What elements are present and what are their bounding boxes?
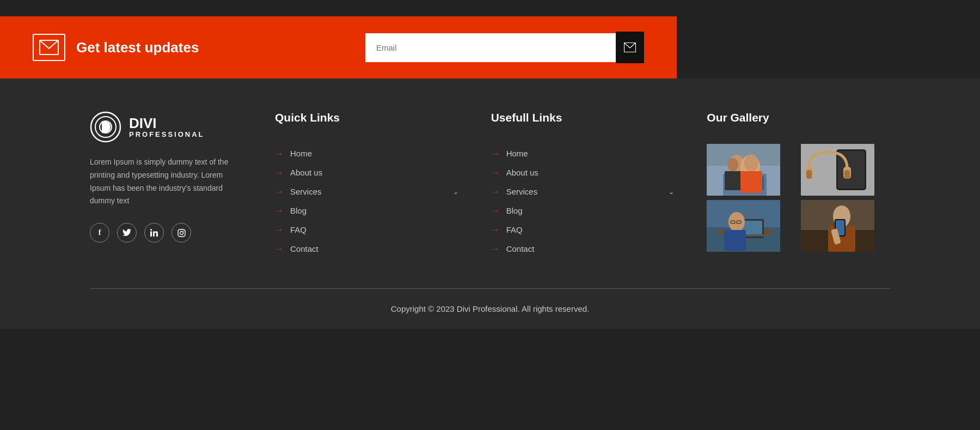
svg-rect-7 <box>178 229 185 237</box>
logo-divi: DIVI <box>129 116 205 130</box>
instagram-logo-icon <box>177 229 186 237</box>
twitter-icon[interactable] <box>117 223 137 243</box>
chevron-down-icon: ⌄ <box>453 188 458 196</box>
brand-column: DIVI PROFESSIONAL Lorem Ipsum is simply … <box>90 111 242 258</box>
linkedin-logo-icon <box>150 229 158 237</box>
gallery-grid <box>707 144 890 252</box>
gallery-image-4[interactable] <box>801 200 874 252</box>
usefull-link-contact[interactable]: → Contact <box>491 239 675 258</box>
gallery-image-3[interactable] <box>707 200 780 252</box>
svg-point-16 <box>727 158 738 171</box>
usefull-link-services[interactable]: → Services ⌄ <box>491 182 675 201</box>
logo-professional: PROFESSIONAL <box>129 130 205 138</box>
arrow-icon: → <box>491 149 500 158</box>
svg-rect-19 <box>740 171 762 193</box>
arrow-icon: → <box>275 207 284 215</box>
arrow-icon: → <box>275 149 284 158</box>
arrow-icon: → <box>491 187 500 196</box>
brand-description: Lorem Ipsum is simply dummy text of the … <box>90 156 242 208</box>
link-label: FAQ <box>290 225 458 234</box>
arrow-icon: → <box>275 187 284 196</box>
quick-links-column: Quick Links → Home → About us → Services <box>275 111 458 258</box>
link-label: Contact <box>506 244 675 253</box>
usefull-links-column: Usefull Links → Home → About us → Servic <box>491 111 675 258</box>
logo-icon <box>90 111 121 143</box>
quick-link-home[interactable]: → Home <box>275 144 458 163</box>
quick-link-faq[interactable]: → FAQ <box>275 220 458 239</box>
newsletter-title: Get latest updates <box>76 39 199 56</box>
svg-point-9 <box>183 231 183 231</box>
email-input[interactable] <box>365 33 616 62</box>
quick-links-title: Quick Links <box>275 111 458 124</box>
svg-point-18 <box>744 154 758 172</box>
arrow-icon: → <box>491 226 500 234</box>
link-label: About us <box>290 168 458 177</box>
gallery-column: Our Gallery <box>707 111 890 258</box>
arrow-icon: → <box>275 168 284 177</box>
svg-rect-26 <box>844 170 850 179</box>
svg-rect-5 <box>150 232 152 237</box>
quick-link-about[interactable]: → About us <box>275 163 458 182</box>
social-icons: f <box>90 223 242 243</box>
quick-links-list: → Home → About us → Services ⌄ <box>275 144 458 258</box>
logo-text: DIVI PROFESSIONAL <box>129 116 205 138</box>
arrow-icon: → <box>491 245 500 253</box>
quick-link-blog[interactable]: → Blog <box>275 201 458 220</box>
svg-rect-17 <box>725 171 741 190</box>
usefull-link-about[interactable]: → About us <box>491 163 675 182</box>
newsletter-submit-button[interactable] <box>616 32 644 63</box>
svg-point-8 <box>180 231 183 234</box>
svg-rect-25 <box>806 170 812 179</box>
usefull-link-faq[interactable]: → FAQ <box>491 220 675 239</box>
usefull-link-home[interactable]: → Home <box>491 144 675 163</box>
svg-point-6 <box>150 229 152 231</box>
footer-grid: DIVI PROFESSIONAL Lorem Ipsum is simply … <box>90 111 890 258</box>
arrow-icon: → <box>275 245 284 253</box>
link-label: Home <box>290 149 458 158</box>
usefull-link-blog[interactable]: → Blog <box>491 201 675 220</box>
link-label: FAQ <box>506 225 675 234</box>
facebook-icon[interactable]: f <box>90 223 109 243</box>
mail-icon <box>39 40 59 55</box>
newsletter-form <box>365 32 644 63</box>
usefull-links-list: → Home → About us → Services ⌄ <box>491 144 675 258</box>
arrow-icon: → <box>491 207 500 215</box>
svg-rect-34 <box>724 230 746 251</box>
link-label: Services <box>506 187 663 196</box>
usefull-links-title: Usefull Links <box>491 111 675 124</box>
gallery-image-1[interactable] <box>707 144 780 196</box>
quick-link-contact[interactable]: → Contact <box>275 239 458 258</box>
link-label: Contact <box>290 244 458 253</box>
instagram-icon[interactable] <box>171 223 191 243</box>
brand-logo: DIVI PROFESSIONAL <box>90 111 242 143</box>
gallery-image-2[interactable] <box>801 144 874 196</box>
gallery-title: Our Gallery <box>707 111 890 124</box>
footer-copyright: Copyright © 2023 Divi Professional. All … <box>0 289 980 329</box>
arrow-icon: → <box>275 226 284 234</box>
link-label: Blog <box>506 206 675 215</box>
chevron-down-icon: ⌄ <box>669 188 674 196</box>
link-label: Blog <box>290 206 458 215</box>
submit-mail-icon <box>624 43 636 52</box>
link-label: Services <box>290 187 446 196</box>
mail-icon-wrap <box>33 34 65 61</box>
link-label: About us <box>506 168 675 177</box>
arrow-icon: → <box>491 168 500 177</box>
quick-link-services[interactable]: → Services ⌄ <box>275 182 458 201</box>
twitter-bird-icon <box>122 229 131 237</box>
link-label: Home <box>506 149 675 158</box>
linkedin-icon[interactable] <box>144 223 164 243</box>
